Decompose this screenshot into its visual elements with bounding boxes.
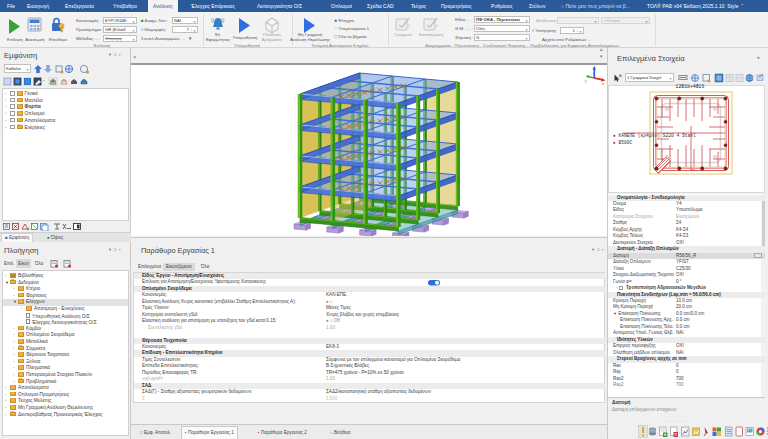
svg-text:ˇ: ˇ — [43, 79, 45, 85]
svg-text:y: y — [585, 79, 588, 84]
svg-text:x: x — [602, 81, 605, 86]
svg-text:((: (( — [211, 17, 215, 23]
svg-text:)): )) — [221, 17, 225, 23]
